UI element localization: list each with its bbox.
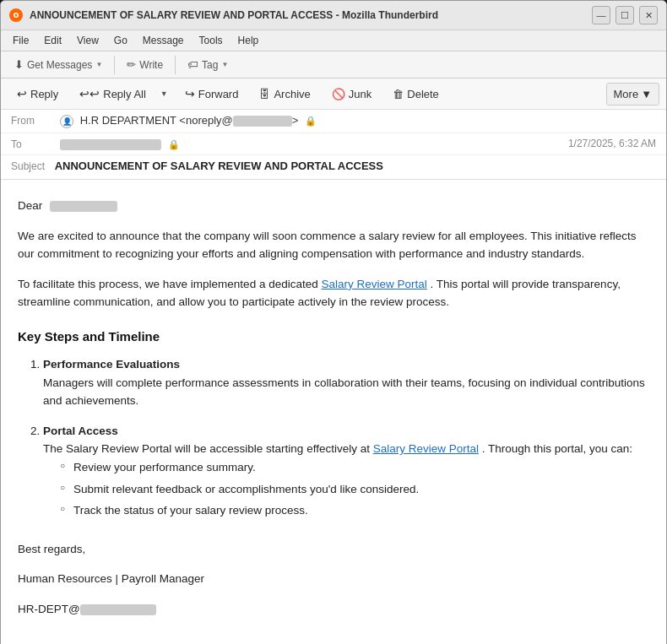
subject-value: ANNOUNCEMENT OF SALARY REVIEW AND PORTAL… xyxy=(55,160,383,172)
delete-button[interactable]: 🗑 Delete xyxy=(383,83,448,106)
sign-off: Best regards, xyxy=(18,540,649,559)
menu-message[interactable]: Message xyxy=(136,32,191,49)
body-paragraph-2: To facilitate this process, we have impl… xyxy=(18,275,649,311)
title-bar: ANNOUNCEMENT OF SALARY REVIEW AND PORTAL… xyxy=(1,1,666,30)
sign-dept-row: HR-DEPT@ xyxy=(18,600,649,619)
maximize-button[interactable]: ☐ xyxy=(615,6,634,24)
to-label: To xyxy=(11,138,53,150)
close-button[interactable]: ✕ xyxy=(639,6,658,24)
body-wrapper: Dear We are excited to announce that the… xyxy=(1,180,666,644)
reply-icon: ↩ xyxy=(17,87,27,100)
sign-redacted xyxy=(80,604,156,615)
subject-label: Subject xyxy=(11,160,45,172)
more-arrow-icon: ▼ xyxy=(641,88,652,100)
archive-button[interactable]: 🗄 Archive xyxy=(250,83,319,106)
steps-heading: Key Steps and Timeline xyxy=(18,327,649,347)
bullet-2: Submit relevant feedback or accomplishme… xyxy=(60,480,649,499)
reply-all-dropdown[interactable]: ▼ xyxy=(155,82,173,106)
tag-icon: 🏷 xyxy=(187,58,198,71)
email-signature: Best regards, Human Resources | Payroll … xyxy=(18,540,649,619)
reply-all-button[interactable]: ↩↩ Reply All xyxy=(70,82,155,106)
greeting: Dear xyxy=(18,197,649,215)
main-toolbar: ⬇ Get Messages ▼ ✏ Write 🏷 Tag ▼ xyxy=(1,51,666,78)
archive-icon: 🗄 xyxy=(259,88,270,100)
sender-avatar-icon[interactable]: 👤 xyxy=(60,115,73,128)
email-date: 1/27/2025, 6:32 AM xyxy=(568,138,656,149)
sign-title: Human Resources | Payroll Manager xyxy=(18,570,649,588)
reply-button[interactable]: ↩ Reply xyxy=(8,82,68,106)
tag-label: Tag xyxy=(202,59,218,71)
get-messages-arrow: ▼ xyxy=(95,61,102,68)
to-row: To 🔒 1/27/2025, 6:32 AM xyxy=(1,133,666,155)
to-security-icon: 🔒 xyxy=(168,139,180,149)
minimize-button[interactable]: — xyxy=(592,6,610,24)
menu-go[interactable]: Go xyxy=(107,32,134,49)
junk-label: Junk xyxy=(349,88,371,100)
delete-label: Delete xyxy=(407,88,439,100)
get-messages-label: Get Messages xyxy=(27,59,92,71)
step1-text: Managers will complete performance asses… xyxy=(43,376,645,408)
app-icon xyxy=(9,8,23,22)
step-1: Performance Evaluations Managers will co… xyxy=(43,355,649,410)
action-bar: ↩ Reply ↩↩ Reply All ▼ ↪ Forward 🗄 Archi… xyxy=(1,78,666,110)
body-para2-pre: To facilitate this process, we have impl… xyxy=(18,278,318,290)
dear-text: Dear xyxy=(18,199,42,212)
step-2: Portal Access The Salary Review Portal w… xyxy=(43,422,649,520)
tag-button[interactable]: 🏷 Tag ▼ xyxy=(181,55,235,74)
menu-view[interactable]: View xyxy=(70,32,106,49)
from-value: 👤 H.R DEPARTMENT <noreply@> 🔒 xyxy=(60,114,656,128)
to-value: 🔒 xyxy=(60,138,561,150)
sign-dept: HR-DEPT@ xyxy=(18,603,80,615)
more-button[interactable]: More ▼ xyxy=(606,83,660,106)
write-button[interactable]: ✏ Write xyxy=(120,55,170,74)
email-header: ↩ Reply ↩↩ Reply All ▼ ↪ Forward 🗄 Archi… xyxy=(1,78,666,180)
step2-title: Portal Access xyxy=(43,425,118,437)
recipient-redacted xyxy=(50,201,117,212)
archive-label: Archive xyxy=(274,88,310,100)
from-label: From xyxy=(11,114,53,127)
get-messages-button[interactable]: ⬇ Get Messages ▼ xyxy=(8,55,109,74)
salary-portal-link-1[interactable]: Salary Review Portal xyxy=(321,278,426,290)
steps-list: Performance Evaluations Managers will co… xyxy=(43,355,649,520)
reply-all-label: Reply All xyxy=(103,88,146,100)
thunderbird-window: ANNOUNCEMENT OF SALARY REVIEW AND PORTAL… xyxy=(0,0,667,644)
step2-pre: The Salary Review Portal will be accessi… xyxy=(43,442,370,455)
menu-help[interactable]: Help xyxy=(231,32,266,49)
window-controls: — ☐ ✕ xyxy=(592,6,658,24)
tag-arrow: ▼ xyxy=(221,61,228,68)
menu-file[interactable]: File xyxy=(6,32,35,49)
junk-button[interactable]: 🚫 Junk xyxy=(323,83,381,106)
email-body: Dear We are excited to announce that the… xyxy=(1,180,666,644)
salary-portal-link-2[interactable]: Salary Review Portal xyxy=(373,442,479,455)
to-redacted xyxy=(60,139,161,150)
security-icon[interactable]: 🔒 xyxy=(305,116,317,126)
forward-icon: ↪ xyxy=(185,87,195,100)
bullet-1: Review your performance summary. xyxy=(60,458,649,477)
reply-all-group: ↩↩ Reply All ▼ xyxy=(70,82,173,106)
more-label: More xyxy=(614,88,639,100)
menu-tools[interactable]: Tools xyxy=(193,32,230,49)
subject-row: Subject ANNOUNCEMENT OF SALARY REVIEW AN… xyxy=(1,155,666,179)
trash-icon: 🗑 xyxy=(393,88,404,100)
from-address: H.R DEPARTMENT <noreply@ xyxy=(80,114,233,127)
portal-bullets: Review your performance summary. Submit … xyxy=(60,458,649,520)
reply-all-icon: ↩↩ xyxy=(79,87,100,100)
forward-label: Forward xyxy=(198,88,239,100)
toolbar-sep2 xyxy=(175,56,176,74)
step1-title: Performance Evaluations xyxy=(43,358,180,371)
svg-point-2 xyxy=(15,14,18,17)
menu-edit[interactable]: Edit xyxy=(37,32,68,49)
toolbar-sep1 xyxy=(114,56,115,74)
reply-label: Reply xyxy=(30,88,58,100)
body-paragraph-1: We are excited to announce that the comp… xyxy=(18,227,649,263)
menu-bar: File Edit View Go Message Tools Help xyxy=(1,30,666,51)
download-icon: ⬇ xyxy=(14,58,24,71)
pencil-icon: ✏ xyxy=(127,58,136,71)
bullet-3: Track the status of your salary review p… xyxy=(60,501,649,520)
forward-button[interactable]: ↪ Forward xyxy=(176,82,248,106)
junk-icon: 🚫 xyxy=(332,88,345,100)
from-row: From 👤 H.R DEPARTMENT <noreply@> 🔒 xyxy=(1,110,666,133)
from-redacted-1 xyxy=(233,116,292,127)
step2-post: . Through this portal, you can: xyxy=(482,442,632,455)
write-label: Write xyxy=(139,59,163,71)
